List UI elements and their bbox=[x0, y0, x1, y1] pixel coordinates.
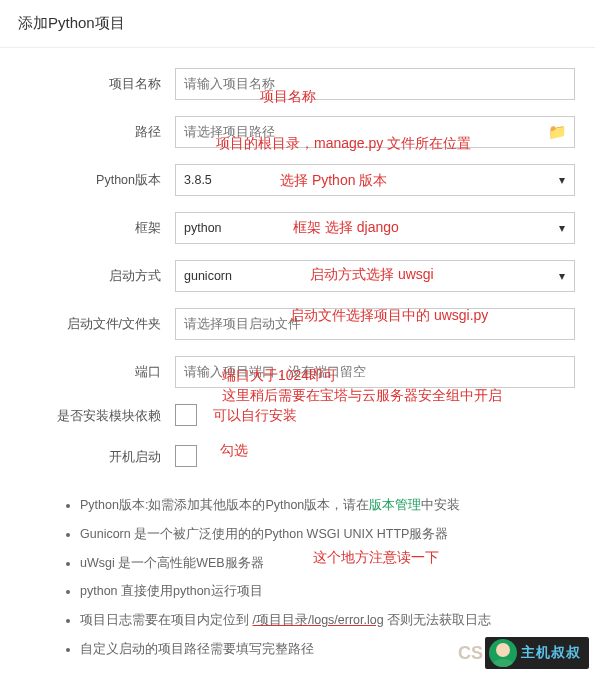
label-start-file: 启动文件/文件夹 bbox=[20, 316, 175, 333]
dialog-title: 添加Python项目 bbox=[0, 0, 595, 48]
row-boot-start: 开机启动 bbox=[20, 445, 575, 470]
start-file-input[interactable] bbox=[175, 308, 575, 340]
label-python-version: Python版本 bbox=[20, 172, 175, 189]
port-input[interactable] bbox=[175, 356, 575, 388]
notes-list: Python版本:如需添加其他版本的Python版本，请在版本管理中安装 Gun… bbox=[0, 496, 595, 659]
row-python-version: Python版本 3.8.5 ▾ bbox=[20, 164, 575, 196]
note-item: Python版本:如需添加其他版本的Python版本，请在版本管理中安装 bbox=[80, 496, 567, 515]
label-boot-start: 开机启动 bbox=[20, 449, 175, 466]
cs-text: CS bbox=[458, 643, 483, 664]
row-project-name: 项目名称 bbox=[20, 68, 575, 100]
row-install-deps: 是否安装模块依赖 bbox=[20, 404, 575, 429]
project-name-input[interactable] bbox=[175, 68, 575, 100]
watermark-badge: CS 主机叔叔 bbox=[458, 637, 589, 669]
label-project-name: 项目名称 bbox=[20, 76, 175, 93]
row-port: 端口 bbox=[20, 356, 575, 388]
row-framework: 框架 python ▾ bbox=[20, 212, 575, 244]
start-method-select[interactable]: gunicorn bbox=[175, 260, 575, 292]
badge-text: 主机叔叔 bbox=[521, 644, 581, 662]
path-input[interactable] bbox=[175, 116, 575, 148]
form: 项目名称 路径 📁 Python版本 3.8.5 ▾ 框架 python ▾ 启… bbox=[0, 48, 595, 496]
install-deps-checkbox[interactable] bbox=[175, 404, 197, 426]
label-path: 路径 bbox=[20, 124, 175, 141]
python-version-select[interactable]: 3.8.5 bbox=[175, 164, 575, 196]
row-start-file: 启动文件/文件夹 bbox=[20, 308, 575, 340]
note-item: python 直接使用python运行项目 bbox=[80, 582, 567, 601]
label-install-deps: 是否安装模块依赖 bbox=[20, 408, 175, 425]
note-item: uWsgi 是一个高性能WEB服务器 bbox=[80, 554, 567, 573]
version-manage-link[interactable]: 版本管理 bbox=[369, 498, 421, 512]
row-start-method: 启动方式 gunicorn ▾ bbox=[20, 260, 575, 292]
label-port: 端口 bbox=[20, 364, 175, 381]
label-framework: 框架 bbox=[20, 220, 175, 237]
boot-start-checkbox[interactable] bbox=[175, 445, 197, 467]
framework-select[interactable]: python bbox=[175, 212, 575, 244]
row-path: 路径 📁 bbox=[20, 116, 575, 148]
note-item: Gunicorn 是一个被广泛使用的的Python WSGI UNIX HTTP… bbox=[80, 525, 567, 544]
folder-icon[interactable]: 📁 bbox=[548, 123, 567, 141]
avatar-icon bbox=[489, 639, 517, 667]
note-item: 项目日志需要在项目内定位到 /项目目录/logs/error.log 否则无法获… bbox=[80, 611, 567, 630]
label-start-method: 启动方式 bbox=[20, 268, 175, 285]
